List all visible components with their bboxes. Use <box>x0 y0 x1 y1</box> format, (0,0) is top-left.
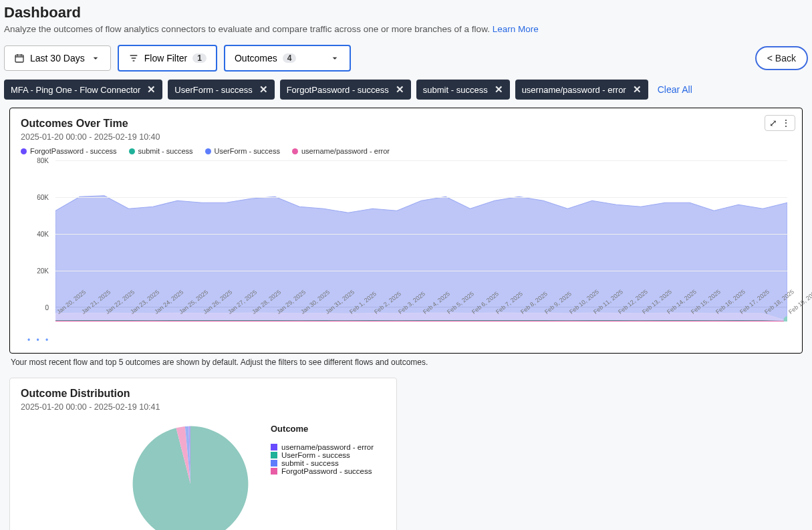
filter-chip[interactable]: ForgotPassword - success✕ <box>280 80 411 100</box>
learn-more-link[interactable]: Learn More <box>493 24 539 34</box>
filter-chip[interactable]: username/password - error✕ <box>515 80 648 100</box>
outcome-distribution-panel: Outcome Distribution 2025-01-20 00:00 - … <box>9 378 397 530</box>
flow-filter-button[interactable]: Flow Filter 1 <box>118 45 217 72</box>
filter-icon <box>128 53 139 63</box>
outcomes-count: 4 <box>283 53 297 63</box>
clear-all-link[interactable]: Clear All <box>658 84 692 95</box>
expand-icon[interactable]: ⤢ <box>769 118 777 128</box>
chevron-down-icon <box>329 53 340 63</box>
legend-item: username/password - error <box>271 443 374 451</box>
back-button[interactable]: < Back <box>755 46 808 70</box>
controls-row: Last 30 Days Flow Filter 1 Outcomes 4 < … <box>4 45 808 72</box>
area-chart: 020K40K60K80K Jan 20, 2025Jan 21, 2025Ja… <box>21 160 791 334</box>
page-title: Dashboard <box>4 4 808 21</box>
panel1-note: Your most recent flow and top 5 outcomes… <box>11 358 801 367</box>
panel-toolbar: ⤢ ⋮ <box>765 115 795 131</box>
close-icon[interactable]: ✕ <box>259 84 268 96</box>
calendar-icon <box>14 53 25 63</box>
close-icon[interactable]: ✕ <box>147 84 156 96</box>
legend-item: username/password - error <box>292 147 390 155</box>
flow-filter-count: 1 <box>192 53 207 63</box>
panel1-daterange: 2025-01-20 00:00 - 2025-02-19 10:40 <box>21 132 791 142</box>
legend-item: UserForm - success <box>271 451 374 459</box>
legend-item: ForgotPassword - success <box>271 467 374 475</box>
daterange-button[interactable]: Last 30 Days <box>4 45 111 71</box>
panel2-title: Outcome Distribution <box>21 388 386 400</box>
panel2-daterange: 2025-01-20 00:00 - 2025-02-19 10:41 <box>21 402 386 412</box>
close-icon[interactable]: ✕ <box>396 84 404 96</box>
filter-chip[interactable]: MFA - Ping One - Flow Connector✕ <box>4 80 162 100</box>
chart-pager-dots: • • • <box>21 334 791 348</box>
panel2-legend: Outcome username/password - errorUserFor… <box>271 424 374 475</box>
chevron-down-icon <box>90 53 101 63</box>
outcomes-button[interactable]: Outcomes 4 <box>224 45 351 72</box>
more-icon[interactable]: ⋮ <box>781 118 791 128</box>
pie-chart <box>130 424 251 530</box>
legend-item: ForgotPassword - success <box>21 147 117 155</box>
close-icon[interactable]: ✕ <box>495 84 503 96</box>
legend-item: submit - success <box>129 147 193 155</box>
page-subtitle: Analyze the outcomes of flow analytics c… <box>4 24 808 34</box>
svg-rect-0 <box>15 55 23 62</box>
panel1-legend: ForgotPassword - successsubmit - success… <box>21 147 791 155</box>
outcomes-over-time-panel: ⤢ ⋮ Outcomes Over Time 2025-01-20 00:00 … <box>9 108 803 354</box>
legend-item: UserForm - success <box>205 147 280 155</box>
filter-chip[interactable]: submit - success✕ <box>416 80 510 100</box>
close-icon[interactable]: ✕ <box>633 84 642 96</box>
chip-row: MFA - Ping One - Flow Connector✕UserForm… <box>4 80 808 100</box>
legend-item: submit - success <box>271 459 374 467</box>
filter-chip[interactable]: UserForm - success✕ <box>168 80 274 100</box>
panel1-title: Outcomes Over Time <box>21 118 791 130</box>
